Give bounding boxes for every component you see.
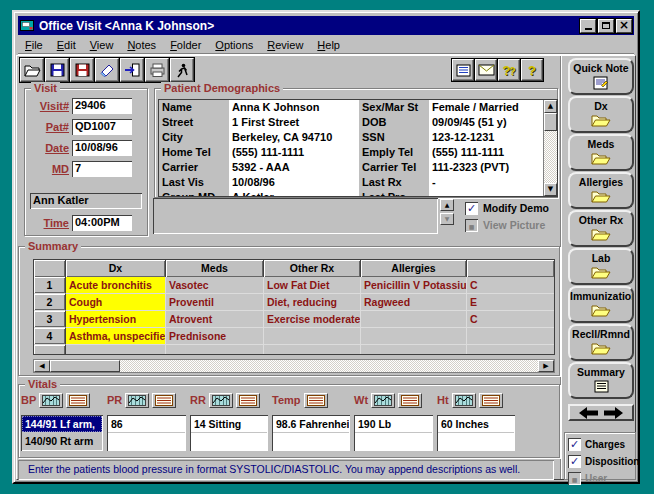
toolbar-mail-button[interactable] [475, 59, 497, 81]
graph-button[interactable] [371, 393, 395, 408]
sidebar-button[interactable]: Immunization [568, 286, 634, 323]
hscroll-track[interactable] [120, 360, 538, 372]
toolbar-open-button[interactable] [20, 58, 44, 82]
visit-field-label[interactable]: Date [25, 140, 69, 156]
toolbar-wipe-button[interactable] [95, 58, 119, 82]
toolbar-save-as-button[interactable] [70, 58, 94, 82]
dx-cell[interactable]: Cough [66, 294, 166, 311]
menu-item[interactable]: Edit [50, 38, 83, 51]
vital-input[interactable]: 86 [107, 415, 186, 451]
visit-field-label[interactable]: Visit# [25, 98, 69, 114]
scroll-track[interactable] [544, 131, 557, 183]
visit-field-input[interactable]: 29406 [72, 98, 132, 114]
checkbox[interactable] [568, 438, 581, 451]
other-rx-cell[interactable]: Low Fat Diet [264, 277, 361, 294]
other-rx-cell[interactable] [264, 328, 361, 345]
prev-next-button[interactable] [568, 404, 634, 421]
allergies-cell[interactable]: Ragweed [361, 294, 467, 311]
vital-value-2[interactable]: 140/90 Rt arm [22, 432, 102, 449]
vital-input[interactable]: 14 Sitting [190, 415, 268, 451]
extra-cell[interactable]: C [467, 311, 554, 328]
column-header[interactable]: Meds [166, 260, 264, 277]
demographics-scrollbar[interactable]: ▲ ▼ [543, 100, 557, 196]
scroll-up-button[interactable]: ▲ [544, 100, 557, 113]
allergies-cell[interactable] [361, 328, 467, 345]
row-number-cell[interactable]: 2 [34, 294, 66, 311]
menu-item[interactable]: View [83, 38, 121, 51]
list-button[interactable] [236, 393, 260, 408]
graph-button[interactable] [209, 393, 233, 408]
sidebar-button[interactable]: Recll/Rmnd [568, 324, 634, 361]
scroll-down-button[interactable]: ▼ [544, 183, 557, 196]
close-button[interactable]: × [616, 19, 632, 33]
sidebar-button[interactable]: Allergies [568, 172, 634, 209]
minimize-button[interactable] [580, 19, 596, 33]
visit-field-label[interactable]: Pat# [25, 119, 69, 135]
toolbar-notes-button[interactable] [452, 59, 474, 81]
extra-cell[interactable] [467, 328, 554, 345]
list-button[interactable] [304, 393, 328, 408]
extra-cell[interactable]: E [467, 294, 554, 311]
list-button[interactable] [66, 393, 90, 408]
sidebar-button[interactable]: Other Rx [568, 210, 634, 247]
dx-cell[interactable]: Hypertension [66, 311, 166, 328]
vital-value-2[interactable] [355, 432, 432, 449]
vital-input[interactable]: 98.6 Fahrenheit [272, 415, 350, 451]
toolbar-help-search-button[interactable]: ?? [498, 59, 520, 81]
menu-item[interactable]: File [18, 38, 50, 51]
vital-value-2[interactable] [191, 432, 267, 449]
column-header[interactable]: Allergies [361, 260, 467, 277]
visit-field-input[interactable]: QD1007 [72, 119, 132, 135]
graph-button[interactable] [125, 393, 149, 408]
extra-cell[interactable]: C [467, 277, 554, 294]
sidebar-button[interactable]: Dx [568, 96, 634, 133]
vital-input[interactable]: 60 Inches [437, 415, 515, 451]
vital-value[interactable]: 98.6 Fahrenheit [273, 416, 349, 432]
dx-cell[interactable]: Asthma, unspecified [66, 328, 166, 345]
checkbox[interactable] [568, 472, 581, 485]
menu-item[interactable]: Review [260, 38, 310, 51]
hscroll-thumb[interactable] [50, 360, 120, 372]
row-number-cell[interactable]: 1 [34, 277, 66, 294]
time-input[interactable]: 04:00PM [72, 215, 132, 231]
sidebar-button[interactable]: Meds [568, 134, 634, 171]
menu-item[interactable]: Options [208, 38, 260, 51]
allergies-cell[interactable] [361, 311, 467, 328]
vital-value-2[interactable] [273, 432, 349, 449]
vital-value[interactable]: 14 Sitting [191, 416, 267, 432]
menu-item[interactable]: Help [310, 38, 347, 51]
column-header[interactable]: Other Rx [264, 260, 361, 277]
meds-cell[interactable]: Proventil [166, 294, 264, 311]
menu-item[interactable]: Folder [163, 38, 208, 51]
visit-field-input[interactable]: 10/08/96 [72, 140, 132, 156]
demographics-note-box[interactable] [153, 198, 438, 234]
meds-cell[interactable]: Vasotec [166, 277, 264, 294]
graph-button[interactable] [39, 393, 63, 408]
summary-hscrollbar[interactable]: ◀ ▶ [33, 359, 555, 373]
row-number-cell[interactable]: 3 [34, 311, 66, 328]
meds-cell[interactable]: Atrovent [166, 311, 264, 328]
toolbar-save-button[interactable] [45, 58, 69, 82]
vital-value-2[interactable] [438, 432, 514, 449]
scroll-thumb[interactable] [544, 113, 557, 131]
vital-input[interactable]: 190 Lb [354, 415, 433, 451]
list-button[interactable] [479, 393, 503, 408]
vital-value[interactable]: 144/91 Lf arm, [22, 416, 102, 432]
column-header[interactable] [34, 260, 66, 277]
column-header[interactable] [467, 260, 554, 277]
sidebar-button[interactable]: Quick Note [568, 58, 634, 95]
vital-value[interactable]: 60 Inches [438, 416, 514, 432]
column-header[interactable]: Dx [66, 260, 166, 277]
maximize-button[interactable] [598, 19, 614, 33]
scroll-right-button[interactable]: ▶ [538, 360, 554, 372]
dx-cell[interactable]: Acute bronchitis [66, 277, 166, 294]
spinner-up-button[interactable]: ▲ [440, 199, 454, 211]
visit-field-input[interactable]: 7 [72, 161, 132, 177]
row-number-cell[interactable]: 4 [34, 328, 66, 345]
list-button[interactable] [398, 393, 422, 408]
visit-field-label[interactable]: MD [25, 161, 69, 177]
toolbar-import-button[interactable] [120, 58, 144, 82]
other-rx-cell[interactable]: Diet, reducing [264, 294, 361, 311]
checkbox[interactable] [568, 455, 581, 468]
toolbar-help-button[interactable]: ? [521, 59, 543, 81]
